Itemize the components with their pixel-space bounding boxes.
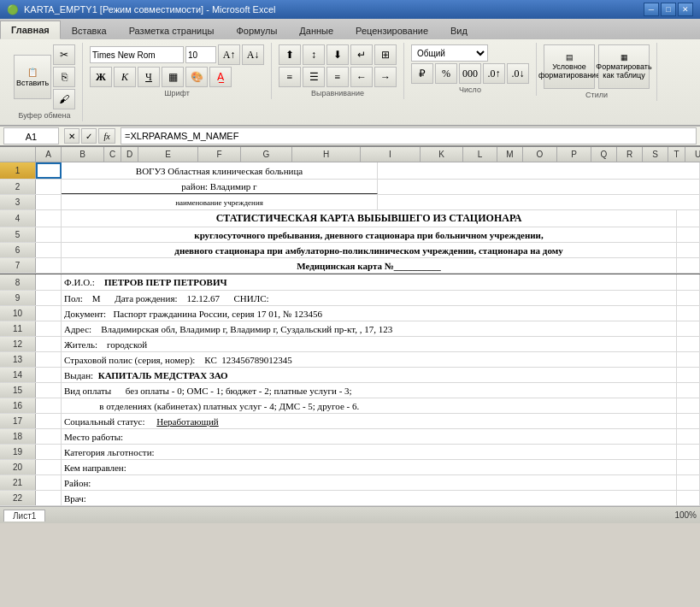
cell-a7[interactable] bbox=[36, 258, 62, 273]
bold-button[interactable]: Ж bbox=[90, 67, 112, 87]
col-header-t[interactable]: T bbox=[668, 147, 685, 162]
cell-a1[interactable] bbox=[36, 162, 62, 179]
cell-merged-22[interactable]: Врач: bbox=[62, 491, 677, 505]
cell-merged-15[interactable]: Вид оплаты без оплаты - 0; ОМС - 1; бюдж… bbox=[62, 383, 677, 398]
align-middle-button[interactable]: ↕ bbox=[303, 44, 325, 65]
cut-button[interactable]: ✂ bbox=[53, 44, 75, 65]
cell-merged-6[interactable]: дневного стационара при амбулаторно-поли… bbox=[62, 243, 677, 257]
row-header-7[interactable]: 7 bbox=[0, 258, 36, 273]
cell-rest-17[interactable] bbox=[677, 414, 700, 428]
cell-a8[interactable] bbox=[36, 274, 62, 290]
tab-home[interactable]: Главная bbox=[0, 21, 61, 39]
conditional-format-button[interactable]: ▤ Условное форматирование bbox=[544, 44, 595, 89]
row-header-5[interactable]: 5 bbox=[0, 227, 36, 242]
cell-merged-11[interactable]: Адрес: Владимирская обл, Владимир г, Вла… bbox=[62, 321, 677, 336]
tab-formulas[interactable]: Формулы bbox=[225, 21, 288, 39]
cell-a22[interactable] bbox=[36, 491, 62, 505]
sheet-tab-1[interactable]: Лист1 bbox=[3, 510, 45, 522]
cell-merged-20[interactable]: Кем направлен: bbox=[62, 460, 677, 474]
cell-rest-4[interactable] bbox=[677, 210, 700, 227]
cell-rest-6[interactable] bbox=[677, 243, 700, 257]
decrease-font-button[interactable]: A↓ bbox=[242, 44, 264, 65]
font-size-input[interactable] bbox=[185, 46, 216, 63]
insert-function-button[interactable]: fx bbox=[98, 128, 115, 144]
cell-rest-10[interactable] bbox=[677, 306, 700, 321]
col-header-c[interactable]: C bbox=[104, 147, 121, 162]
col-header-r[interactable]: R bbox=[617, 147, 643, 162]
cell-a16[interactable] bbox=[36, 398, 62, 413]
row-header-11[interactable]: 11 bbox=[0, 321, 36, 336]
cancel-formula-button[interactable]: ✕ bbox=[64, 128, 79, 144]
row-header-18[interactable]: 18 bbox=[0, 429, 36, 444]
paste-button[interactable]: 📋 Вставить bbox=[14, 55, 51, 99]
cell-a21[interactable] bbox=[36, 475, 62, 490]
format-painter-button[interactable]: 🖌 bbox=[53, 89, 75, 109]
percent-button[interactable]: % bbox=[435, 63, 457, 84]
cell-a3[interactable] bbox=[36, 195, 62, 209]
col-header-k[interactable]: K bbox=[421, 147, 463, 162]
cell-merged-16[interactable]: в отделениях (кабинетах) платных услуг -… bbox=[62, 398, 677, 413]
cell-rest-3[interactable] bbox=[378, 195, 700, 209]
align-bottom-button[interactable]: ⬇ bbox=[326, 44, 349, 65]
cell-rest-16[interactable] bbox=[677, 398, 700, 413]
cell-rest-22[interactable] bbox=[677, 491, 700, 505]
cell-rest-15[interactable] bbox=[677, 383, 700, 398]
indent-decrease-button[interactable]: ← bbox=[350, 67, 373, 87]
col-header-g[interactable]: G bbox=[241, 147, 292, 162]
cell-a15[interactable] bbox=[36, 383, 62, 398]
tab-view[interactable]: Вид bbox=[439, 21, 479, 39]
confirm-formula-button[interactable]: ✓ bbox=[81, 128, 97, 144]
wrap-text-button[interactable]: ↵ bbox=[350, 44, 373, 65]
cell-merged-13[interactable]: Страховой полис (серия, номер): КС 12345… bbox=[62, 352, 677, 367]
cell-rest-21[interactable] bbox=[677, 475, 700, 490]
cell-rest-5[interactable] bbox=[677, 227, 700, 242]
cell-reference[interactable]: A1 bbox=[3, 127, 59, 144]
cell-merged-1[interactable]: ВОГУЗ Областная клиническая больница bbox=[62, 162, 378, 179]
tab-insert[interactable]: Вставка bbox=[61, 21, 118, 39]
cell-rest-18[interactable] bbox=[677, 429, 700, 444]
row-header-12[interactable]: 12 bbox=[0, 337, 36, 351]
cell-rest-19[interactable] bbox=[677, 445, 700, 459]
col-header-e[interactable]: E bbox=[138, 147, 198, 162]
tab-page-layout[interactable]: Разметка страницы bbox=[118, 21, 226, 39]
col-header-q[interactable]: Q bbox=[591, 147, 617, 162]
cell-merged-18[interactable]: Место работы: bbox=[62, 429, 677, 444]
underline-button[interactable]: Ч bbox=[138, 67, 160, 87]
cell-merged-12[interactable]: Житель: городской bbox=[62, 337, 677, 351]
cell-rest-1[interactable] bbox=[378, 162, 700, 179]
col-header-a[interactable]: A bbox=[36, 147, 62, 162]
cell-a10[interactable] bbox=[36, 306, 62, 321]
copy-button[interactable]: ⎘ bbox=[53, 67, 75, 87]
row-header-9[interactable]: 9 bbox=[0, 291, 36, 305]
cell-a4[interactable] bbox=[36, 210, 62, 227]
col-header-d[interactable]: D bbox=[121, 147, 138, 162]
col-header-h[interactable]: H bbox=[292, 147, 361, 162]
cell-merged-4[interactable]: СТАТИСТИЧЕСКАЯ КАРТА ВЫБЫВШЕГО ИЗ СТАЦИО… bbox=[62, 210, 677, 227]
row-header-19[interactable]: 19 bbox=[0, 445, 36, 459]
cell-rest-2[interactable] bbox=[378, 180, 700, 194]
tab-review[interactable]: Рецензирование bbox=[344, 21, 439, 39]
fill-color-button[interactable]: 🎨 bbox=[185, 67, 208, 87]
cell-rest-8[interactable] bbox=[677, 274, 700, 290]
col-header-m[interactable]: M bbox=[497, 147, 523, 162]
row-header-4[interactable]: 4 bbox=[0, 210, 36, 227]
merge-center-button[interactable]: ⊞ bbox=[374, 44, 397, 65]
row-header-1[interactable]: 1 bbox=[0, 162, 36, 179]
cell-a9[interactable] bbox=[36, 291, 62, 305]
currency-button[interactable]: ₽ bbox=[411, 63, 433, 84]
corner-cell[interactable] bbox=[0, 147, 36, 162]
row-header-22[interactable]: 22 bbox=[0, 491, 36, 505]
cell-rest-11[interactable] bbox=[677, 321, 700, 336]
cell-merged-19[interactable]: Категория льготности: bbox=[62, 445, 677, 459]
row-header-10[interactable]: 10 bbox=[0, 306, 36, 321]
align-right-button[interactable]: ≡ bbox=[326, 67, 349, 87]
close-button[interactable]: ✕ bbox=[678, 3, 693, 16]
cell-merged-8[interactable]: Ф.И.О.: ПЕТРОВ ПЕТР ПЕТРОВИЧ bbox=[62, 274, 677, 290]
col-header-u[interactable]: U bbox=[685, 147, 700, 162]
font-name-input[interactable] bbox=[90, 46, 184, 63]
cell-a11[interactable] bbox=[36, 321, 62, 336]
formula-input[interactable]: =XLRPARAMS_M_NAMEF bbox=[121, 127, 697, 144]
row-header-15[interactable]: 15 bbox=[0, 383, 36, 398]
row-header-14[interactable]: 14 bbox=[0, 368, 36, 382]
col-header-l[interactable]: L bbox=[463, 147, 497, 162]
